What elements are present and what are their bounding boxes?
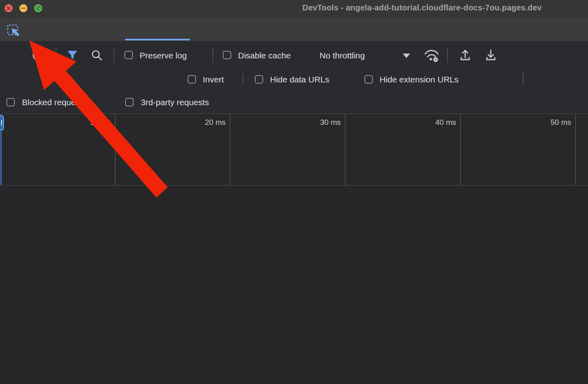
- active-tab-underline: [125, 39, 190, 40]
- more-filters-row: Blocked requests 3rd-party requests: [0, 91, 588, 114]
- timeline-gridline: [460, 114, 461, 185]
- timeline-gridline: [230, 114, 230, 185]
- timeline-tick-50ms: 50 ms: [515, 118, 571, 127]
- toolbar-separator: [56, 48, 56, 63]
- timeline-gridline: [345, 114, 346, 185]
- hide-data-urls-checkbox[interactable]: [255, 75, 263, 84]
- hide-extension-urls-label: Hide extension URLs: [380, 75, 458, 84]
- timeline-tick-10ms: 10 ms: [55, 118, 111, 127]
- filterbar-separator: [523, 73, 524, 86]
- handle-grip: [1, 120, 2, 125]
- third-party-requests-checkbox[interactable]: [125, 98, 134, 106]
- chevron-down-icon[interactable]: [403, 54, 410, 58]
- requests-empty-panel: Recording network activity… Perform a re…: [0, 186, 588, 384]
- zoom-window-icon[interactable]: [34, 4, 42, 12]
- invert-label: Invert: [203, 75, 224, 84]
- preserve-log-checkbox[interactable]: [124, 51, 133, 59]
- timeline-gridline: [575, 114, 576, 185]
- disable-cache-checkbox[interactable]: [223, 51, 231, 59]
- hide-data-urls-label: Hide data URLs: [270, 75, 329, 84]
- timeline-tick-40ms: 40 ms: [400, 118, 456, 127]
- devtools-window: DevTools - angela-add-tutorial.cloudflar…: [0, 0, 588, 384]
- devtools-tab-bar: Console Network Sources Performance Memo…: [0, 18, 588, 42]
- close-window-icon[interactable]: [4, 4, 13, 12]
- disable-cache-label: Disable cache: [238, 51, 291, 60]
- inspect-element-icon[interactable]: [7, 24, 21, 38]
- network-conditions-icon[interactable]: [422, 47, 441, 63]
- toolbar-separator: [212, 48, 213, 63]
- title-bar: DevTools - angela-add-tutorial.cloudflar…: [0, 0, 588, 18]
- clear-network-log-icon[interactable]: [32, 49, 45, 62]
- blocked-requests-checkbox[interactable]: [6, 98, 15, 106]
- export-har-icon[interactable]: [484, 48, 498, 62]
- import-har-icon[interactable]: [458, 48, 472, 62]
- hide-extension-urls-checkbox[interactable]: [364, 75, 373, 84]
- search-icon[interactable]: [90, 49, 103, 62]
- window-title: DevTools - angela-add-tutorial.cloudflar…: [302, 3, 542, 12]
- timeline-tick-30ms: 30 ms: [285, 118, 341, 127]
- filterbar-separator: [242, 74, 243, 86]
- filter-toggle-icon[interactable]: [66, 49, 78, 61]
- preserve-log-label: Preserve log: [140, 51, 187, 60]
- minimize-window-icon[interactable]: [19, 4, 28, 12]
- toolbar-separator: [447, 48, 448, 63]
- network-overview-timeline[interactable]: 10 ms 20 ms 30 ms 40 ms 50 ms: [0, 114, 588, 186]
- third-party-requests-label: 3rd-party requests: [141, 98, 209, 107]
- throttling-select[interactable]: No throttling: [320, 51, 365, 60]
- timeline-tick-20ms: 20 ms: [170, 118, 226, 127]
- timeline-drag-handle[interactable]: [0, 115, 4, 130]
- network-filter-bar: Invert Hide data URLs Hide extension URL…: [0, 67, 588, 91]
- blocked-requests-label: Blocked requests: [22, 98, 86, 107]
- network-toolbar: Preserve log Disable cache No throttling: [0, 42, 588, 67]
- timeline-gridline: [115, 114, 116, 185]
- toolbar-separator: [114, 48, 114, 63]
- invert-checkbox[interactable]: [188, 75, 196, 84]
